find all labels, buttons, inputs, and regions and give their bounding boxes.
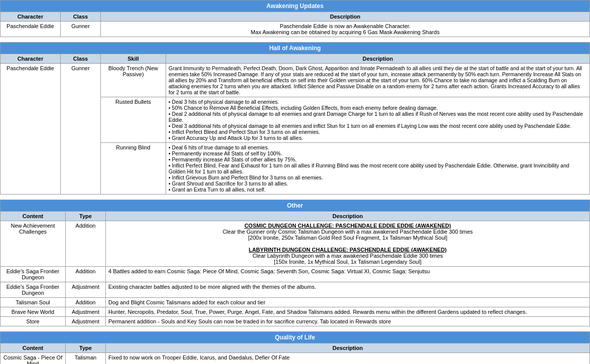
achievement-lab-reward: [150x Ironite, 1x Mythical Soul, 1x Tali…	[274, 259, 421, 265]
other-desc-4: Hunter, Necropolis, Predator, Soul, True…	[106, 307, 590, 317]
other-desc-0: COSMIC DUNGEON CHALLENGE: PASCHENDALE ED…	[106, 221, 590, 267]
hoa-desc-1: • Deal 3 hits of physical damage to all …	[166, 97, 590, 143]
qol-content-0: Cosmic Saga - Piece Of Mind	[1, 353, 66, 365]
other-content-3: Talisman Soul	[1, 298, 66, 307]
other-desc-1: 4 Battles added to earn Cosmic Saga: Pie…	[106, 267, 590, 282]
hoa-desc-0: Grant Immunity to Permadeath, Perfect De…	[166, 64, 590, 97]
quality-of-life-section: Quality of Life Content Type Description…	[0, 331, 590, 364]
qol-title: Quality of Life	[1, 332, 590, 343]
table-row: Eddie's Saga Frontier Dungeon Adjustment…	[1, 282, 590, 298]
hoa-class-header: Class	[61, 54, 101, 64]
qol-desc-header: Description	[106, 343, 590, 353]
other-type-5: Adjustment	[66, 317, 106, 326]
qol-desc-0: Fixed to now work on Trooper Eddie, Icar…	[106, 353, 590, 365]
qol-type-0: Talisman	[66, 353, 106, 365]
other-content-4: Brave New World	[1, 307, 66, 317]
hoa-desc-2: • Deal 6 hits of true damage to all enem…	[166, 143, 590, 195]
hoa-skill-1: Rusted Bullets	[101, 97, 166, 143]
achievement-cosmic-title: COSMIC DUNGEON CHALLENGE: PASCHENDALE ED…	[244, 223, 451, 229]
other-type-2: Adjustment	[66, 282, 106, 298]
table-row: Store Adjustment Permanent addition - So…	[1, 317, 590, 326]
other-content-1: Eddie's Saga Frontier Dungeon	[1, 267, 66, 282]
other-desc-5: Permanent addition - Souls and Key Souls…	[106, 317, 590, 326]
au-char-header: Character	[1, 12, 61, 22]
table-row: Paschendale Eddie Gunner Paschendale Edd…	[1, 22, 590, 37]
other-type-4: Adjustment	[66, 307, 106, 317]
awakening-updates-section: Awakening Updates Character Class Descri…	[0, 0, 590, 37]
achievement-cosmic-reward: [200x Ironite, 250x Talisman Gold Red So…	[248, 235, 447, 241]
other-type-0: Addition	[66, 221, 106, 267]
table-row: Paschendale Eddie Gunner Bloody Trench (…	[1, 64, 590, 97]
hoa-class-0: Gunner	[61, 64, 101, 195]
other-section: Other Content Type Description New Achie…	[0, 200, 590, 326]
other-desc-2: Existing character battles adjusted to b…	[106, 282, 590, 298]
au-description: Paschendale Eddie is now an Awakenable C…	[101, 22, 590, 37]
achievement-cosmic-text: Clear the Gunner only Cosmic Talisman Du…	[223, 229, 473, 235]
table-row: New Achievement Challenges Addition COSM…	[1, 221, 590, 267]
hoa-title: Hall of Awakening	[1, 43, 590, 54]
awakening-updates-title: Awakening Updates	[1, 1, 590, 12]
achievement-lab-text: Clear Labyrinth Dungeon with a max awake…	[252, 253, 443, 259]
hoa-char-header: Character	[1, 54, 61, 64]
hoa-character-0: Paschendale Eddie	[1, 64, 61, 195]
hall-of-awakening-section: Hall of Awakening Character Class Skill …	[0, 42, 590, 195]
other-content-2: Eddie's Saga Frontier Dungeon	[1, 282, 66, 298]
table-row: Brave New World Adjustment Hunter, Necro…	[1, 307, 590, 317]
hoa-skill-header: Skill	[101, 54, 166, 64]
qol-type-header: Type	[66, 343, 106, 353]
other-content-5: Store	[1, 317, 66, 326]
table-row: Eddie's Saga Frontier Dungeon Addition 4…	[1, 267, 590, 282]
other-content-0: New Achievement Challenges	[1, 221, 66, 267]
other-type-1: Addition	[66, 267, 106, 282]
au-desc-header: Description	[101, 12, 590, 22]
other-desc-header: Description	[106, 212, 590, 221]
au-character: Paschendale Eddie	[1, 22, 61, 37]
hoa-desc-header: Description	[166, 54, 590, 64]
hoa-skill-2: Running Blind	[101, 143, 166, 195]
other-title: Other	[1, 200, 590, 212]
table-row: Cosmic Saga - Piece Of Mind Talisman Fix…	[1, 353, 590, 365]
other-type-header: Type	[66, 212, 106, 221]
au-class: Gunner	[61, 22, 101, 37]
au-class-header: Class	[61, 12, 101, 22]
table-row: Talisman Soul Addition Dog and Blight Co…	[1, 298, 590, 307]
other-content-header: Content	[1, 212, 66, 221]
hoa-skill-0: Bloody Trench (New Passive)	[101, 64, 166, 97]
other-type-3: Addition	[66, 298, 106, 307]
qol-content-header: Content	[1, 343, 66, 353]
achievement-lab-title: LABYRINTH DUNGEON CHALLENGE: PASCHENDALE…	[249, 247, 447, 253]
other-desc-3: Dog and Blight Cosmic Talismans added fo…	[106, 298, 590, 307]
